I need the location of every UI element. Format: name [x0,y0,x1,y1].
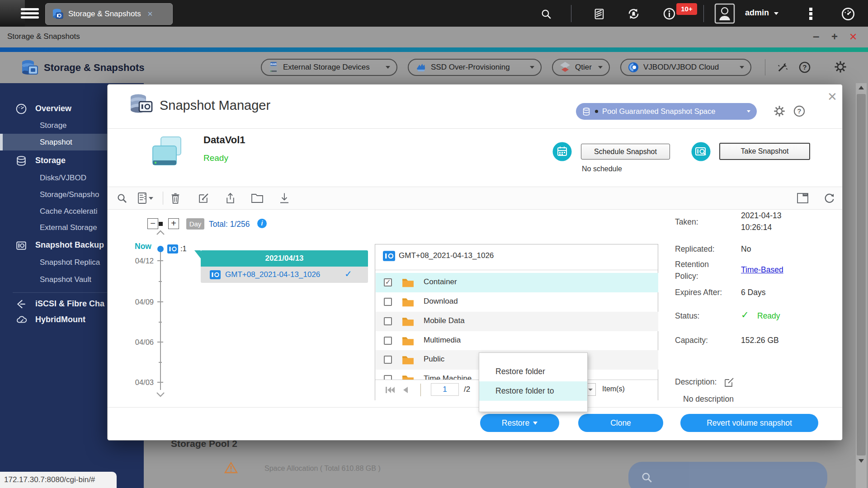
user-caret-icon [774,12,778,15]
settings-gear-icon[interactable] [834,60,847,74]
chevron-down-icon [533,422,538,425]
folder-row[interactable]: Container [376,273,658,292]
app-tab-label: Storage & Snapshots [68,9,141,19]
detail-value: 10:26:14 [741,223,772,232]
first-page-icon[interactable] [385,386,395,394]
timeline-zoom-in-button[interactable]: + [168,218,179,229]
notifications-icon[interactable] [663,7,676,20]
page-number-input[interactable] [431,383,459,396]
clone-button[interactable]: Clone [578,414,663,432]
user-avatar[interactable] [714,3,735,24]
background-tasks-icon[interactable] [593,8,606,20]
folder-row[interactable]: Download [376,292,658,312]
menu-external-storage-devices[interactable]: RAID External Storage Devices [261,59,397,76]
app-tab[interactable]: Storage & Snapshots ✕ [45,3,173,25]
folder-icon[interactable] [251,193,264,203]
snapshot-icon [383,251,395,261]
detail-label: Status: [675,311,699,321]
snapshot-card-body[interactable]: GMT+08_2021-04-13_1026 ✓ [201,267,368,283]
pool-selector-label: Pool Guaranteed Snapshot Space [602,107,715,116]
prev-page-icon[interactable] [402,386,409,394]
gauge-icon [15,103,27,115]
menu-label: VJBOD/VJBOD Cloud [643,63,719,72]
menu-ssd-over-provisioning[interactable]: SSD Over-Provisioning [408,59,542,76]
folder-row[interactable]: Multimedia [376,331,658,351]
volume-status: Ready [203,153,228,163]
list-view-icon[interactable] [797,192,809,204]
main-menu-button[interactable] [21,8,39,19]
timeline-scale-badge: Day [186,218,204,230]
folder-checkbox[interactable] [384,317,392,325]
page-total-label: /2 [464,385,470,394]
detail-label: Expires After: [675,288,722,297]
user-menu[interactable]: admin [745,8,769,18]
close-window-button[interactable]: ✕ [849,31,857,43]
snapshot-count-label: :1 [180,244,187,253]
timeline-scroll-down-icon[interactable] [156,392,165,397]
folder-checkbox[interactable] [384,298,392,306]
scrollbar-track[interactable] [856,83,867,488]
timeline-date[interactable]: 04/09 [126,298,154,306]
detail-value: No [741,244,751,254]
scrollbar-thumb[interactable] [857,94,866,455]
take-snapshot-button[interactable]: Take Snapshot [719,143,810,160]
dialog-close-button[interactable]: ✕ [827,90,837,104]
detail-label: Capacity: [675,336,708,345]
schedule-snapshot-button[interactable]: Schedule Snapshot [581,144,670,160]
status-dot [595,110,598,113]
timeline-zoom-out-button[interactable]: − [147,218,158,229]
info-icon[interactable]: i [257,219,267,228]
global-search-icon[interactable] [541,9,552,20]
menu-vjbod[interactable]: VJBOD/VJBOD Cloud [620,59,751,76]
folder-icon [402,316,414,326]
detail-label: Description: [675,377,717,387]
chevron-down-icon [386,66,390,69]
download-icon[interactable] [278,192,290,204]
folder-checkbox-checked[interactable] [384,278,392,286]
resource-monitor-icon[interactable] [841,7,855,21]
upload-icon[interactable] [224,192,236,204]
refresh-icon[interactable] [823,192,835,204]
folder-checkbox[interactable] [384,375,392,380]
taskbar-divider [703,5,704,22]
folder-checkbox[interactable] [384,337,392,345]
restore-button[interactable]: Restore [480,414,559,432]
timeline-date[interactable]: 04/06 [126,338,154,347]
delete-icon[interactable] [170,192,181,204]
toolbar-divider [163,192,163,205]
dialog-help-icon[interactable]: ? [793,105,806,117]
timeline-date[interactable]: 04/03 [126,378,154,387]
firmware-sync-icon[interactable] [627,7,640,20]
pool-selector-button[interactable]: Pool Guaranteed Snapshot Space [576,103,757,120]
edit-icon[interactable] [198,192,210,204]
scroll-down-icon[interactable] [859,459,864,463]
chevron-down-icon [530,66,534,69]
scroll-up-icon[interactable] [859,86,864,89]
sort-list-icon[interactable] [137,192,154,204]
folder-checkbox[interactable] [384,356,392,364]
folder-row[interactable]: Mobile Data [376,312,658,331]
menu-qtier[interactable]: Qtier [552,59,610,76]
card-notch [194,250,201,258]
minimize-button[interactable]: – [813,29,819,43]
schedule-note: No schedule [582,165,622,173]
tab-close-icon[interactable]: ✕ [147,10,153,18]
folder-icon [402,355,414,365]
menu-item-restore-folder-to[interactable]: Restore folder to [479,381,587,401]
more-options-icon[interactable] [809,8,812,20]
chevron-down-icon [747,110,750,113]
menu-item-restore-folder[interactable]: Restore folder [479,362,587,381]
timeline-scroll-up-icon[interactable] [156,230,165,235]
snapshot-settings-icon[interactable] [773,105,786,117]
snapshot-manager-icon [128,93,154,116]
revert-volume-snapshot-button[interactable]: Revert volume snapshot [680,414,818,432]
maximize-button[interactable]: + [831,30,838,43]
help-icon[interactable]: ? [798,61,811,74]
snapshot-card[interactable]: 2021/04/13 GMT+08_2021-04-13_1026 ✓ [201,250,368,283]
retention-policy-link[interactable]: Time-Based [741,265,783,275]
tools-icon[interactable] [776,61,789,74]
search-icon[interactable] [117,193,127,204]
svg-text:?: ? [802,63,807,71]
edit-description-icon[interactable] [723,376,735,388]
timeline-date[interactable]: 04/12 [126,257,154,265]
